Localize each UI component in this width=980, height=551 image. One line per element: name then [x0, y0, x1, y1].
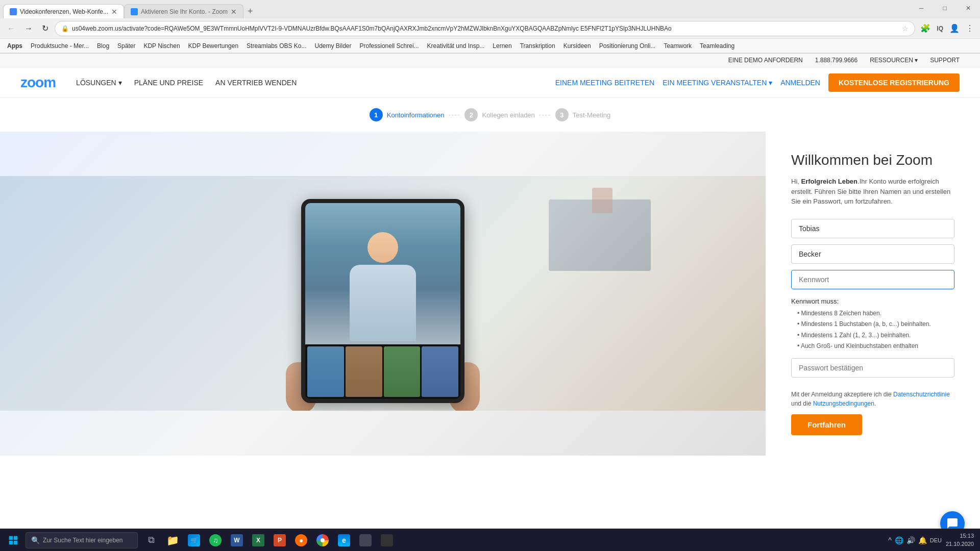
- password-input[interactable]: [791, 270, 954, 289]
- password-rule-4: Auch Groß- und Kleinbuchstaben enthalten: [797, 341, 954, 352]
- usage-link[interactable]: Nutzungsbedingungen: [813, 400, 874, 407]
- hero-image-placeholder: [0, 132, 766, 456]
- demo-link[interactable]: EINE DEMO ANFORDERN: [728, 57, 803, 64]
- step-3-label: Test-Meeting: [573, 111, 610, 119]
- bookmark-blog[interactable]: Blog: [94, 41, 112, 51]
- bookmark-positionierung[interactable]: Positionierung Onli...: [596, 41, 659, 51]
- step-dots-2: ----: [535, 111, 555, 118]
- step-3-number: 3: [555, 108, 569, 121]
- back-button[interactable]: ←: [4, 22, 18, 35]
- step-1-number: 1: [370, 108, 383, 121]
- signin-link[interactable]: ANMELDEN: [780, 79, 820, 87]
- zoom-logo[interactable]: zoom: [20, 74, 56, 91]
- extensions-button[interactable]: 🧩: [918, 21, 933, 35]
- last-name-input[interactable]: [791, 244, 954, 264]
- star-icon[interactable]: ☆: [902, 24, 909, 33]
- password-rules-title: Kennwort muss:: [791, 297, 954, 305]
- hero-background: [0, 176, 766, 411]
- support-link[interactable]: SUPPORT: [930, 57, 960, 64]
- zoom-page: EINE DEMO ANFORDERN 1.888.799.9666 RESSO…: [0, 54, 980, 456]
- browser-action-buttons: 🧩 IQ 👤 ⋮: [918, 21, 976, 35]
- tablet-container: [301, 199, 464, 403]
- terms-text: Mit der Anmeldung akzeptiere ich die Dat…: [791, 390, 954, 408]
- zoom-navbar: zoom LÖSUNGEN ▾ PLÄNE UND PREISE AN VERT…: [0, 67, 980, 98]
- nav-plans[interactable]: PLÄNE UND PREISE: [134, 79, 203, 87]
- step-3: 3 Test-Meeting: [555, 108, 610, 121]
- password-rule-2: Mindestens 1 Buchstaben (a, b, c...) bei…: [797, 319, 954, 330]
- password-rule-1: Mindestens 8 Zeichen haben.: [797, 308, 954, 319]
- join-meeting-link[interactable]: EINEM MEETING BEITRETEN: [555, 79, 654, 87]
- person-head: [368, 232, 398, 263]
- tablet-main-screen: [305, 203, 460, 344]
- address-bar[interactable]: 🔒 us04web.zoom.us/activate?code=RQAWe5OM…: [55, 21, 915, 36]
- url-text: us04web.zoom.us/activate?code=RQAWe5OM_9…: [72, 25, 899, 32]
- host-meeting-link[interactable]: EIN MEETING VERANSTALTEN ▾: [663, 79, 772, 87]
- step-1: 1 Kontoinformationen: [370, 108, 445, 121]
- first-name-input[interactable]: [791, 219, 954, 238]
- bookmark-kreativität[interactable]: Kreativität und Insp...: [424, 41, 488, 51]
- close-button[interactable]: ✕: [957, 0, 980, 16]
- tablet-thumbnails: [305, 344, 460, 399]
- thumbnail-1: [307, 346, 344, 397]
- bookmark-kursideen[interactable]: Kursideen: [560, 41, 594, 51]
- zoom-utility-bar: EINE DEMO ANFORDERN 1.888.799.9666 RESSO…: [0, 54, 980, 67]
- new-tab-button[interactable]: +: [243, 4, 257, 18]
- tab-favicon-2: [131, 8, 138, 15]
- zoom-nav-links: LÖSUNGEN ▾ PLÄNE UND PREISE AN VERTRIEB …: [76, 79, 555, 87]
- minimize-button[interactable]: ─: [910, 0, 933, 16]
- bookmark-lernen[interactable]: Lernen: [489, 41, 514, 51]
- browser-tab-1[interactable]: Videokonferenzen, Web-Konfe... ✕: [3, 4, 124, 18]
- form-title: Willkommen bei Zoom: [791, 152, 954, 168]
- bookmark-transkription[interactable]: Transkription: [517, 41, 558, 51]
- confirm-password-input[interactable]: [791, 358, 954, 378]
- terms-middle: und die: [791, 400, 813, 407]
- resources-link[interactable]: RESSOURCEN ▾: [870, 57, 918, 64]
- nav-sales[interactable]: AN VERTRIEB WENDEN: [215, 79, 297, 87]
- bookmark-teamleading[interactable]: Teamleading: [697, 41, 738, 51]
- fortfahren-button[interactable]: Fortfahren: [791, 414, 862, 435]
- bookmark-produktsuche[interactable]: Produktsuche - Mer...: [28, 41, 92, 51]
- tab-close-1[interactable]: ✕: [111, 8, 117, 16]
- bookmark-kdp-nischen[interactable]: KDP Nischen: [140, 41, 183, 51]
- bookmark-kdp-bewertungen[interactable]: KDP Bewertungen: [185, 41, 242, 51]
- menu-button[interactable]: ⋮: [964, 21, 976, 35]
- step-2: 2 Kollegen einladen: [464, 108, 534, 121]
- bookmark-später[interactable]: Später: [114, 41, 138, 51]
- forward-button[interactable]: →: [21, 22, 36, 35]
- greeting-name: Erfolgreich Leben: [801, 178, 858, 185]
- step-2-label: Kollegen einladen: [482, 111, 534, 119]
- bookmarks-apps[interactable]: Apps: [4, 41, 26, 51]
- confirm-password-field: [791, 358, 954, 378]
- zoom-main-content: Willkommen bei Zoom Hi, Erfolgreich Lebe…: [0, 132, 980, 456]
- zoom-hero-image: [0, 132, 766, 456]
- profile-button[interactable]: 👤: [947, 21, 962, 35]
- browser-chrome: Videokonferenzen, Web-Konfe... ✕ Aktivie…: [0, 0, 980, 54]
- last-name-field: [791, 244, 954, 264]
- maximize-button[interactable]: □: [933, 0, 957, 16]
- step-2-number: 2: [464, 108, 478, 121]
- tab-close-2[interactable]: ✕: [231, 8, 237, 16]
- phone-link[interactable]: 1.888.799.9666: [815, 57, 857, 64]
- bookmark-teamwork[interactable]: Teamwork: [660, 41, 695, 51]
- iq-button[interactable]: IQ: [935, 21, 945, 35]
- zoom-form-section: Willkommen bei Zoom Hi, Erfolgreich Lebe…: [766, 132, 980, 456]
- bg-mug: [592, 188, 612, 213]
- nav-solutions[interactable]: LÖSUNGEN ▾: [76, 79, 122, 87]
- lock-icon: 🔒: [61, 25, 69, 32]
- password-rule-3: Mindestens 1 Zahl (1, 2, 3...) beinhalte…: [797, 330, 954, 341]
- bookmark-udemy-bilder[interactable]: Udemy Bilder: [312, 41, 355, 51]
- terms-prefix: Mit der Anmeldung akzeptiere ich die: [791, 391, 893, 398]
- tab-title-1: Videokonferenzen, Web-Konfe...: [20, 8, 108, 15]
- browser-tabs: Videokonferenzen, Web-Konfe... ✕ Aktivie…: [0, 0, 980, 18]
- privacy-link[interactable]: Datenschutzrichtlinie: [893, 391, 950, 398]
- zoom-logo-text: zoom: [20, 74, 56, 90]
- zoom-nav-right: EINEM MEETING BEITRETEN EIN MEETING VERA…: [555, 73, 960, 92]
- reload-button[interactable]: ↻: [39, 21, 52, 35]
- bookmark-professionell[interactable]: Professionell Schrei...: [357, 41, 422, 51]
- browser-tab-2[interactable]: Aktivieren Sie Ihr Konto. - Zoom ✕: [124, 4, 243, 18]
- tablet-device: [301, 199, 464, 403]
- bookmark-streamlabs[interactable]: Streamlabs OBS Ko...: [243, 41, 309, 51]
- progress-steps: 1 Kontoinformationen ---- 2 Kollegen ein…: [0, 98, 980, 132]
- first-name-field: [791, 219, 954, 238]
- register-button[interactable]: KOSTENLOSE REGISTRIERUNG: [828, 73, 960, 92]
